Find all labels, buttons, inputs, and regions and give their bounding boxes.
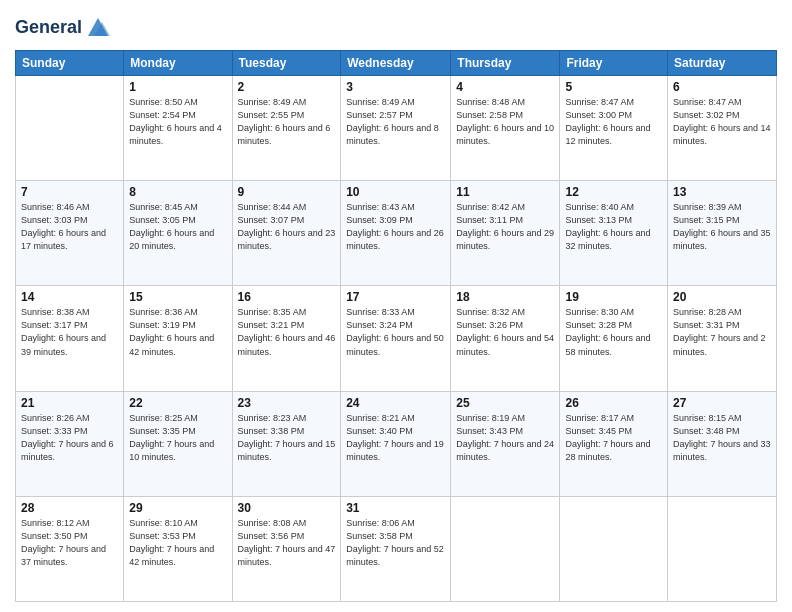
day-info: Sunrise: 8:47 AM Sunset: 3:02 PM Dayligh…	[673, 96, 771, 148]
day-info: Sunrise: 8:43 AM Sunset: 3:09 PM Dayligh…	[346, 201, 445, 253]
calendar-cell: 3Sunrise: 8:49 AM Sunset: 2:57 PM Daylig…	[341, 76, 451, 181]
day-info: Sunrise: 8:50 AM Sunset: 2:54 PM Dayligh…	[129, 96, 226, 148]
calendar-cell: 12Sunrise: 8:40 AM Sunset: 3:13 PM Dayli…	[560, 181, 668, 286]
day-info: Sunrise: 8:21 AM Sunset: 3:40 PM Dayligh…	[346, 412, 445, 464]
calendar-week-4: 21Sunrise: 8:26 AM Sunset: 3:33 PM Dayli…	[16, 391, 777, 496]
day-info: Sunrise: 8:39 AM Sunset: 3:15 PM Dayligh…	[673, 201, 771, 253]
calendar-cell: 4Sunrise: 8:48 AM Sunset: 2:58 PM Daylig…	[451, 76, 560, 181]
day-number: 18	[456, 290, 554, 304]
col-tuesday: Tuesday	[232, 51, 341, 76]
day-number: 19	[565, 290, 662, 304]
col-thursday: Thursday	[451, 51, 560, 76]
calendar-week-3: 14Sunrise: 8:38 AM Sunset: 3:17 PM Dayli…	[16, 286, 777, 391]
logo-icon	[84, 14, 112, 42]
header-row: Sunday Monday Tuesday Wednesday Thursday…	[16, 51, 777, 76]
day-number: 30	[238, 501, 336, 515]
day-number: 8	[129, 185, 226, 199]
day-number: 4	[456, 80, 554, 94]
day-number: 9	[238, 185, 336, 199]
calendar-week-2: 7Sunrise: 8:46 AM Sunset: 3:03 PM Daylig…	[16, 181, 777, 286]
day-info: Sunrise: 8:15 AM Sunset: 3:48 PM Dayligh…	[673, 412, 771, 464]
calendar-cell: 26Sunrise: 8:17 AM Sunset: 3:45 PM Dayli…	[560, 391, 668, 496]
col-monday: Monday	[124, 51, 232, 76]
calendar-week-5: 28Sunrise: 8:12 AM Sunset: 3:50 PM Dayli…	[16, 496, 777, 601]
day-info: Sunrise: 8:45 AM Sunset: 3:05 PM Dayligh…	[129, 201, 226, 253]
day-info: Sunrise: 8:28 AM Sunset: 3:31 PM Dayligh…	[673, 306, 771, 358]
calendar-cell: 11Sunrise: 8:42 AM Sunset: 3:11 PM Dayli…	[451, 181, 560, 286]
day-number: 26	[565, 396, 662, 410]
day-number: 7	[21, 185, 118, 199]
day-info: Sunrise: 8:38 AM Sunset: 3:17 PM Dayligh…	[21, 306, 118, 358]
day-info: Sunrise: 8:23 AM Sunset: 3:38 PM Dayligh…	[238, 412, 336, 464]
day-info: Sunrise: 8:49 AM Sunset: 2:55 PM Dayligh…	[238, 96, 336, 148]
day-number: 3	[346, 80, 445, 94]
day-info: Sunrise: 8:40 AM Sunset: 3:13 PM Dayligh…	[565, 201, 662, 253]
day-number: 1	[129, 80, 226, 94]
calendar-cell: 2Sunrise: 8:49 AM Sunset: 2:55 PM Daylig…	[232, 76, 341, 181]
day-info: Sunrise: 8:19 AM Sunset: 3:43 PM Dayligh…	[456, 412, 554, 464]
calendar-cell: 14Sunrise: 8:38 AM Sunset: 3:17 PM Dayli…	[16, 286, 124, 391]
calendar-cell: 30Sunrise: 8:08 AM Sunset: 3:56 PM Dayli…	[232, 496, 341, 601]
calendar-cell: 20Sunrise: 8:28 AM Sunset: 3:31 PM Dayli…	[668, 286, 777, 391]
calendar-cell: 28Sunrise: 8:12 AM Sunset: 3:50 PM Dayli…	[16, 496, 124, 601]
day-info: Sunrise: 8:17 AM Sunset: 3:45 PM Dayligh…	[565, 412, 662, 464]
day-number: 27	[673, 396, 771, 410]
calendar-cell: 24Sunrise: 8:21 AM Sunset: 3:40 PM Dayli…	[341, 391, 451, 496]
day-info: Sunrise: 8:12 AM Sunset: 3:50 PM Dayligh…	[21, 517, 118, 569]
calendar-cell: 27Sunrise: 8:15 AM Sunset: 3:48 PM Dayli…	[668, 391, 777, 496]
day-number: 25	[456, 396, 554, 410]
calendar-cell: 31Sunrise: 8:06 AM Sunset: 3:58 PM Dayli…	[341, 496, 451, 601]
calendar-cell: 6Sunrise: 8:47 AM Sunset: 3:02 PM Daylig…	[668, 76, 777, 181]
calendar-cell: 1Sunrise: 8:50 AM Sunset: 2:54 PM Daylig…	[124, 76, 232, 181]
calendar-cell: 5Sunrise: 8:47 AM Sunset: 3:00 PM Daylig…	[560, 76, 668, 181]
day-number: 29	[129, 501, 226, 515]
calendar-cell: 29Sunrise: 8:10 AM Sunset: 3:53 PM Dayli…	[124, 496, 232, 601]
day-number: 17	[346, 290, 445, 304]
day-info: Sunrise: 8:46 AM Sunset: 3:03 PM Dayligh…	[21, 201, 118, 253]
day-info: Sunrise: 8:47 AM Sunset: 3:00 PM Dayligh…	[565, 96, 662, 148]
day-number: 20	[673, 290, 771, 304]
day-number: 28	[21, 501, 118, 515]
day-number: 24	[346, 396, 445, 410]
day-info: Sunrise: 8:48 AM Sunset: 2:58 PM Dayligh…	[456, 96, 554, 148]
calendar-cell	[16, 76, 124, 181]
calendar-cell: 25Sunrise: 8:19 AM Sunset: 3:43 PM Dayli…	[451, 391, 560, 496]
day-number: 2	[238, 80, 336, 94]
header: General	[15, 10, 777, 42]
day-number: 10	[346, 185, 445, 199]
calendar-cell: 18Sunrise: 8:32 AM Sunset: 3:26 PM Dayli…	[451, 286, 560, 391]
calendar-cell: 7Sunrise: 8:46 AM Sunset: 3:03 PM Daylig…	[16, 181, 124, 286]
calendar-cell	[451, 496, 560, 601]
day-number: 6	[673, 80, 771, 94]
calendar-week-1: 1Sunrise: 8:50 AM Sunset: 2:54 PM Daylig…	[16, 76, 777, 181]
day-info: Sunrise: 8:36 AM Sunset: 3:19 PM Dayligh…	[129, 306, 226, 358]
day-info: Sunrise: 8:44 AM Sunset: 3:07 PM Dayligh…	[238, 201, 336, 253]
day-info: Sunrise: 8:35 AM Sunset: 3:21 PM Dayligh…	[238, 306, 336, 358]
day-number: 22	[129, 396, 226, 410]
day-number: 21	[21, 396, 118, 410]
page: General Sunday Monday Tuesday Wednesday	[0, 0, 792, 612]
calendar-cell: 21Sunrise: 8:26 AM Sunset: 3:33 PM Dayli…	[16, 391, 124, 496]
calendar-cell: 10Sunrise: 8:43 AM Sunset: 3:09 PM Dayli…	[341, 181, 451, 286]
day-number: 11	[456, 185, 554, 199]
day-number: 12	[565, 185, 662, 199]
col-wednesday: Wednesday	[341, 51, 451, 76]
calendar-cell: 9Sunrise: 8:44 AM Sunset: 3:07 PM Daylig…	[232, 181, 341, 286]
day-number: 16	[238, 290, 336, 304]
day-number: 23	[238, 396, 336, 410]
calendar-cell: 17Sunrise: 8:33 AM Sunset: 3:24 PM Dayli…	[341, 286, 451, 391]
day-number: 14	[21, 290, 118, 304]
day-info: Sunrise: 8:10 AM Sunset: 3:53 PM Dayligh…	[129, 517, 226, 569]
day-info: Sunrise: 8:42 AM Sunset: 3:11 PM Dayligh…	[456, 201, 554, 253]
logo-text-general: General	[15, 18, 82, 38]
col-saturday: Saturday	[668, 51, 777, 76]
calendar-cell: 22Sunrise: 8:25 AM Sunset: 3:35 PM Dayli…	[124, 391, 232, 496]
calendar-cell: 16Sunrise: 8:35 AM Sunset: 3:21 PM Dayli…	[232, 286, 341, 391]
day-number: 15	[129, 290, 226, 304]
day-info: Sunrise: 8:49 AM Sunset: 2:57 PM Dayligh…	[346, 96, 445, 148]
calendar-cell: 15Sunrise: 8:36 AM Sunset: 3:19 PM Dayli…	[124, 286, 232, 391]
logo: General	[15, 14, 112, 42]
day-info: Sunrise: 8:26 AM Sunset: 3:33 PM Dayligh…	[21, 412, 118, 464]
day-info: Sunrise: 8:32 AM Sunset: 3:26 PM Dayligh…	[456, 306, 554, 358]
calendar-cell	[560, 496, 668, 601]
